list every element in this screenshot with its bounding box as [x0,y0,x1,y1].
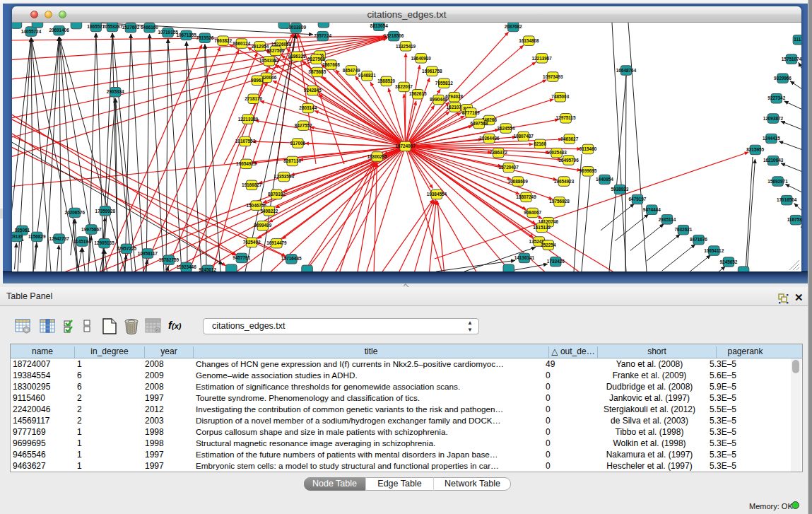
svg-text:19166827: 19166827 [242,182,262,187]
svg-text:3624554: 3624554 [497,126,514,131]
svg-text:9242845: 9242845 [304,88,322,93]
svg-text:14055724: 14055724 [21,29,42,34]
svg-text:6466160: 6466160 [141,25,158,30]
svg-text:20691406: 20691406 [49,28,69,33]
svg-text:17016504: 17016504 [777,197,797,202]
svg-text:1527602: 1527602 [122,25,140,30]
svg-text:8660124: 8660124 [233,41,250,46]
svg-text:1615132: 1615132 [533,225,551,230]
svg-text:9227342: 9227342 [767,95,785,100]
svg-text:7515526: 7515526 [196,35,213,40]
svg-text:19975867: 19975867 [81,227,102,232]
svg-text:15716485: 15716485 [281,256,302,261]
svg-text:7663822: 7663822 [214,38,232,43]
svg-text:19756928: 19756928 [549,199,570,204]
svg-text:18807249: 18807249 [516,194,536,199]
svg-text:2718170: 2718170 [245,96,262,101]
svg-text:1117: 1117 [794,37,801,42]
svg-text:9327500: 9327500 [267,48,285,53]
svg-text:16154808: 16154808 [519,38,539,43]
svg-text:3875685: 3875685 [308,69,326,74]
svg-text:15692971: 15692971 [767,179,788,184]
svg-text:2867608: 2867608 [322,62,340,67]
svg-text:8099489: 8099489 [254,223,271,228]
svg-text:1156829: 1156829 [28,234,46,239]
svg-text:5938923: 5938923 [611,187,629,192]
svg-text:19384554: 19384554 [427,192,447,197]
svg-text:10543382: 10543382 [259,58,280,63]
svg-text:16782759: 16782759 [159,257,180,262]
svg-text:17359928: 17359928 [95,209,116,214]
svg-text:6479197: 6479197 [629,197,647,201]
svg-text:2087682: 2087682 [505,24,522,29]
svg-text:16914479: 16914479 [266,240,287,245]
svg-text:10719155: 10719155 [158,30,178,35]
svg-text:11325419: 11325419 [396,44,416,49]
svg-text:8878332: 8878332 [268,192,286,197]
svg-text:8471676: 8471676 [690,237,707,242]
svg-text:19654923: 19654923 [554,179,575,184]
svg-text:16210643: 16210643 [763,158,784,163]
svg-text:98963: 98963 [251,78,264,83]
svg-text:9146821: 9146821 [358,73,376,78]
svg-text:15751074: 15751074 [782,57,801,62]
svg-text:8267130: 8267130 [283,158,301,163]
svg-text:1244415: 1244415 [763,136,780,141]
svg-text:3822037: 3822037 [395,84,413,89]
svg-text:62160: 62160 [534,141,546,146]
svg-text:16961758: 16961758 [422,69,442,74]
svg-text:12353594: 12353594 [274,174,295,179]
svg-text:2905334: 2905334 [107,89,124,94]
svg-text:7485003: 7485003 [551,94,569,99]
svg-text:9329966: 9329966 [774,76,792,81]
svg-text:8454749: 8454749 [343,68,360,73]
svg-text:1733426: 1733426 [547,259,565,264]
svg-text:9245652: 9245652 [720,259,738,264]
svg-text:7386372: 7386372 [490,150,507,155]
svg-text:9457791: 9457791 [233,255,250,260]
svg-text:10807487: 10807487 [513,134,534,139]
svg-text:7955812: 7955812 [435,81,453,86]
svg-text:10553287: 10553287 [102,24,123,29]
svg-text:2803144: 2803144 [299,105,317,110]
svg-text:14136141: 14136141 [514,255,535,260]
svg-text:39139: 39139 [12,234,23,239]
svg-text:18724007: 18724007 [395,144,416,148]
svg-text:10688609: 10688609 [507,179,528,184]
svg-text:252254: 252254 [541,243,556,247]
svg-text:6497568: 6497568 [470,121,488,126]
svg-text:6794028: 6794028 [445,94,463,99]
svg-text:10671355: 10671355 [176,33,196,37]
svg-text:8813054: 8813054 [370,23,388,28]
svg-text:20364436: 20364436 [479,136,500,141]
svg-text:16495796: 16495796 [558,158,579,163]
svg-text:1562615: 1562615 [409,91,427,96]
svg-text:7632621: 7632621 [674,227,692,232]
svg-text:10654112: 10654112 [704,248,724,253]
svg-text:9327508: 9327508 [307,57,325,62]
svg-text:1145194: 1145194 [73,239,91,244]
svg-text:10107553: 10107553 [235,139,256,144]
svg-text:10654925: 10654925 [236,161,257,166]
svg-text:9115460: 9115460 [579,146,597,151]
svg-text:12093872: 12093872 [763,116,784,121]
svg-text:17957225: 17957225 [117,246,137,251]
svg-text:9474444: 9474444 [643,207,661,212]
svg-text:12213389: 12213389 [238,117,259,122]
svg-text:13218506: 13218506 [384,33,404,38]
svg-text:1167533: 1167533 [787,217,801,222]
svg-text:10958117: 10958117 [138,251,158,256]
svg-text:7357224: 7357224 [314,33,331,38]
svg-text:1588520: 1588520 [377,78,395,83]
svg-text:5498222: 5498222 [260,209,278,214]
svg-text:10025433: 10025433 [546,150,567,155]
svg-text:15720407: 15720407 [498,165,519,170]
svg-text:8427552: 8427552 [295,123,312,128]
svg-text:18300295: 18300295 [367,154,387,159]
svg-text:12905135: 12905135 [94,240,114,245]
svg-text:9699695: 9699695 [579,168,597,173]
svg-text:817006: 817006 [290,141,306,146]
svg-text:8215955: 8215955 [746,147,764,152]
svg-text:9777169: 9777169 [462,110,480,115]
svg-text:12942737: 12942737 [49,236,69,241]
